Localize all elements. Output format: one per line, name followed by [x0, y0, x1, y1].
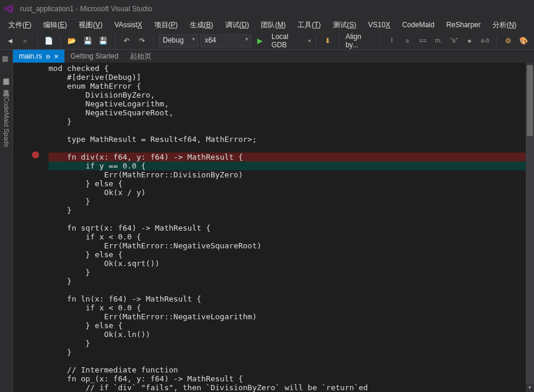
- code-line[interactable]: [48, 286, 534, 294]
- code-line[interactable]: Ok(x.ln()): [48, 330, 534, 339]
- run-button[interactable]: ▶: [254, 34, 267, 48]
- code-line[interactable]: Ok(x / y): [48, 188, 534, 197]
- menu-item-5[interactable]: 生成(B): [184, 19, 219, 31]
- menu-item-1[interactable]: 编辑(E): [37, 19, 73, 31]
- code-line[interactable]: fn op_(x: f64, y: f64) -> MathResult {: [48, 374, 534, 383]
- code-line[interactable]: fn sqrt(x: f64) -> MathResult {: [48, 223, 534, 232]
- menu-item-6[interactable]: 调试(D): [219, 19, 255, 31]
- menu-item-12[interactable]: ReSharper: [441, 20, 487, 30]
- new-file-button[interactable]: 📄: [43, 34, 56, 48]
- code-line[interactable]: #[derive(Debug)]: [48, 73, 534, 82]
- menu-item-0[interactable]: 文件(F): [2, 19, 37, 31]
- vertical-scrollbar[interactable]: ▲ ▼: [526, 63, 534, 392]
- t3-icon[interactable]: ==: [416, 34, 429, 48]
- code-line[interactable]: if x < 0.0 {: [48, 232, 534, 241]
- side-tab-codemaid[interactable]: CodeMaid Spade: [2, 95, 11, 150]
- code-line[interactable]: // if `div` "fails", then `DivisionByZer…: [48, 383, 534, 392]
- settings-icon[interactable]: ⚙: [501, 34, 514, 48]
- code-line[interactable]: mod checked {: [48, 64, 534, 73]
- code-line[interactable]: Err(MathError::NegativeLogarithm): [48, 312, 534, 321]
- code-line[interactable]: type MathResult = Result<f64, MathError>…: [48, 135, 534, 144]
- menu-item-11[interactable]: CodeMaid: [396, 20, 441, 30]
- menu-item-2[interactable]: 视图(V): [73, 19, 108, 31]
- tab-1[interactable]: Getting Started: [64, 50, 124, 63]
- t6-icon[interactable]: ●: [463, 34, 476, 48]
- run-target-label[interactable]: Local GDB: [269, 33, 306, 49]
- platform-dropdown[interactable]: x64: [200, 34, 251, 47]
- separator: [380, 35, 380, 46]
- code-line[interactable]: }: [48, 339, 534, 348]
- code-line[interactable]: }: [48, 117, 534, 126]
- t5-icon[interactable]: "a": [447, 34, 460, 48]
- menu-item-13[interactable]: 分析(N): [487, 19, 523, 31]
- code-line[interactable]: // Intermediate function: [48, 365, 534, 374]
- code-line[interactable]: [48, 357, 534, 365]
- gutter[interactable]: [13, 63, 43, 392]
- code-line[interactable]: if y == 0.0 {: [48, 161, 534, 170]
- redo-button[interactable]: ↷: [135, 34, 148, 48]
- code-content[interactable]: mod checked { #[derive(Debug)] enum Math…: [43, 63, 534, 392]
- pin-icon[interactable]: ⊖: [46, 53, 50, 60]
- titlebar: rust_application1 - Microsoft Visual Stu…: [0, 0, 534, 18]
- toolbar: ◄ ► 📄 📂 💾 💾 ↶ ↷ Debug x64 ▶ Local GDB ▾ …: [0, 32, 534, 50]
- code-line[interactable]: [48, 144, 534, 153]
- separator: [153, 35, 154, 46]
- code-line[interactable]: NegativeSquareRoot,: [48, 108, 534, 117]
- code-line[interactable]: Ok(x.sqrt()): [48, 259, 534, 268]
- window-title: rust_application1 - Microsoft Visual Stu…: [20, 5, 152, 13]
- open-button[interactable]: 📂: [66, 34, 79, 48]
- side-tab-server-explorer[interactable]: 服务器资源管理器: [1, 71, 12, 76]
- align-by-button[interactable]: Align by...: [344, 33, 375, 49]
- code-line[interactable]: Err(MathError::NegativeSquareRoot): [48, 241, 534, 250]
- breakpoint-icon[interactable]: [32, 151, 39, 158]
- scroll-down-button[interactable]: ▼: [526, 384, 534, 392]
- code-line[interactable]: fn ln(x: f64) -> MathResult {: [48, 294, 534, 303]
- server-explorer-icon[interactable]: ▦: [2, 54, 11, 64]
- code-line[interactable]: if x < 0.0 {: [48, 303, 534, 312]
- code-line[interactable]: }: [48, 268, 534, 277]
- code-line[interactable]: [48, 215, 534, 223]
- code-line[interactable]: enum MathError {: [48, 82, 534, 90]
- code-line[interactable]: Err(MathError::DivisionByZero): [48, 170, 534, 179]
- tab-2[interactable]: 起始页: [124, 50, 157, 63]
- menu-item-10[interactable]: VS10X: [363, 20, 396, 30]
- code-line[interactable]: DivisionByZero,: [48, 90, 534, 99]
- side-tab-toolbox[interactable]: 工具箱: [1, 83, 12, 88]
- nav-back-button[interactable]: ◄: [4, 34, 17, 48]
- close-icon[interactable]: ✕: [54, 53, 59, 60]
- code-line[interactable]: }: [48, 197, 534, 206]
- t4-icon[interactable]: m.: [432, 34, 445, 48]
- separator: [496, 35, 497, 46]
- menu-item-8[interactable]: 工具(T): [292, 19, 326, 31]
- palette-icon[interactable]: 🎨: [517, 34, 530, 48]
- save-button[interactable]: 💾: [81, 34, 94, 48]
- code-editor[interactable]: mod checked { #[derive(Debug)] enum Math…: [13, 63, 534, 392]
- menu-item-9[interactable]: 测试(S): [327, 19, 363, 31]
- step-button[interactable]: ⬇: [321, 34, 334, 48]
- code-line[interactable]: fn div(x: f64, y: f64) -> MathResult {: [48, 153, 534, 161]
- code-line[interactable]: [48, 126, 534, 135]
- t7-icon[interactable]: a-b: [478, 34, 491, 48]
- code-line[interactable]: }: [48, 348, 534, 357]
- config-dropdown[interactable]: Debug: [158, 34, 198, 47]
- tab-0[interactable]: main.rs⊖✕: [13, 50, 64, 63]
- code-line[interactable]: }: [48, 206, 534, 215]
- nav-forward-button[interactable]: ►: [19, 34, 32, 48]
- undo-button[interactable]: ↶: [120, 34, 133, 48]
- code-line[interactable]: } else {: [48, 250, 534, 259]
- menu-item-7[interactable]: 团队(M): [255, 19, 292, 31]
- side-panel: ▦ 服务器资源管理器 工具箱 CodeMaid Spade: [0, 50, 13, 392]
- t2-icon[interactable]: ≡: [401, 34, 414, 48]
- dropdown-icon[interactable]: ▾: [308, 38, 311, 44]
- vs-logo-icon: [4, 4, 14, 14]
- code-line[interactable]: } else {: [48, 179, 534, 188]
- save-all-button[interactable]: 💾: [96, 34, 109, 48]
- code-line[interactable]: } else {: [48, 321, 534, 330]
- code-line[interactable]: }: [48, 277, 534, 286]
- code-line[interactable]: NegativeLogarithm,: [48, 99, 534, 108]
- menu-item-3[interactable]: VAssistX: [108, 20, 148, 30]
- document-tabs: main.rs⊖✕Getting Started起始页: [13, 50, 534, 63]
- menu-item-4[interactable]: 项目(P): [148, 19, 184, 31]
- scroll-thumb[interactable]: [527, 65, 533, 136]
- t1-icon[interactable]: Ⅰ: [385, 34, 398, 48]
